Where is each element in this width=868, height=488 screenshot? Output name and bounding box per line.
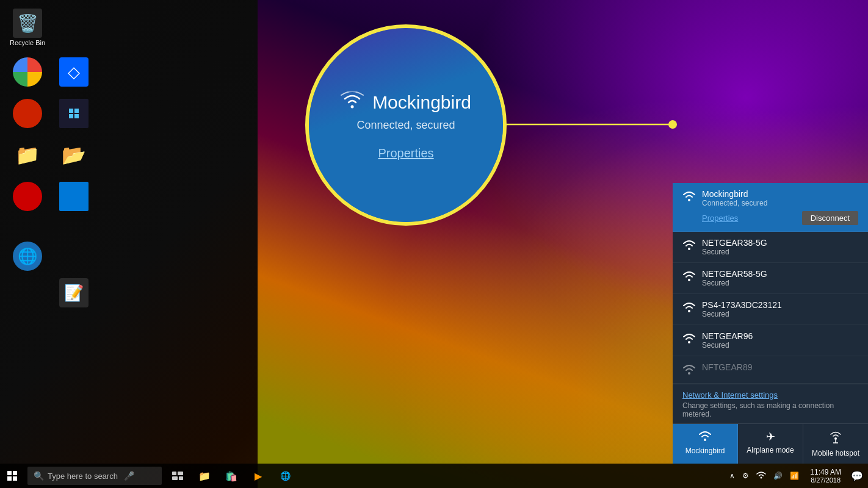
tray-up-arrow[interactable]: ∧ [727,470,737,481]
callout-line [507,124,678,137]
svg-rect-12 [172,472,176,475]
network-status-0: Secured [702,248,858,256]
network-info-3: NETGEAR96 Secured [702,331,858,350]
network-status-3: Secured [702,341,858,350]
windows-icon [69,109,79,118]
connected-wifi-icon-wrapper [682,190,696,204]
network-info-2: PS4-173A3DC23121 Secured [702,300,858,318]
network-name-2: PS4-173A3DC23121 [702,300,858,310]
network-name-3: NETGEAR96 [702,331,858,341]
store-button[interactable]: 🛍️ [220,465,242,487]
svg-point-3 [688,248,690,250]
mockingbird-button[interactable]: Mockingbird [673,424,738,464]
wifi-bottom-buttons: Mockingbird ✈ Airplane mode Mobile hotsp… [673,423,868,464]
callout-dot [668,120,677,129]
connected-network-item[interactable]: Mockingbird Connected, secured Propertie… [673,183,868,232]
network-status-1: Secured [702,279,858,287]
callout-network-name: Mockingbird [372,92,471,113]
desktop-icons-container: 🗑️ Recycle Bin ◇ [6,0,95,317]
callout-status: Connected, secured [356,119,455,132]
svg-rect-14 [172,476,178,480]
taskbar-right: ∧ ⚙ 🔊 📶 11:49 AM 8/27/2018 💬 [723,464,868,488]
desktop-icon-globe[interactable]: 🌐 [6,239,49,311]
wifi-icon-2 [682,301,696,315]
wifi-network-item-0[interactable]: NETGEAR38-5G Secured [673,232,868,263]
wifi-actions: Properties Disconnect [702,211,858,225]
desktop-icon-chrome[interactable] [6,55,49,90]
mockingbird-btn-label: Mockingbird [685,447,725,455]
callout-properties-link[interactable]: Properties [378,146,433,160]
search-icon: 🔍 [34,471,44,481]
network-settings-desc: Change settings, such as making a connec… [682,401,858,418]
search-placeholder: Type here to search [48,472,118,481]
svg-point-16 [761,477,762,479]
airplane-icon: ✈ [766,430,775,443]
wifi-panel: Mockingbird Connected, secured Propertie… [673,183,868,464]
desktop-icon-folder2[interactable]: 📂 [52,138,95,173]
wifi-icon-1 [682,270,696,284]
file-explorer-button[interactable]: 📁 [193,465,215,487]
recycle-bin-label: Recycle Bin [10,39,45,46]
network-name-0: NETGEAR38-5G [702,238,858,248]
wifi-icon-3 [682,332,696,346]
cortana-icon: 🎤 [124,471,134,481]
hotspot-icon [829,430,842,447]
network-info-4: NFTGEAR89 [702,362,858,372]
wifi-icon-4 [682,364,696,377]
connected-network-name: Mockingbird [702,189,858,199]
vlc-button[interactable]: ▶ [247,465,269,487]
disconnect-button[interactable]: Disconnect [802,211,858,225]
desktop-icon-folder[interactable]: 📁 [6,138,49,173]
desktop-icon-user[interactable] [6,96,49,132]
desktop-icon-dropbox[interactable]: ◇ [52,55,95,90]
airplane-mode-button[interactable]: ✈ Airplane mode [738,424,803,464]
tray-network-icon[interactable]: 📶 [787,470,801,481]
callout-wifi-row: Mockingbird [341,90,471,115]
wifi-network-item-4[interactable]: NFTGEAR89 [673,356,868,384]
action-center-button[interactable]: 💬 [846,464,868,488]
wifi-network-item-1[interactable]: NETGEAR58-5G Secured [673,263,868,294]
taskbar-pinned-icons: 📁 🛍️ ▶ 🌐 [167,465,296,487]
wifi-footer: Network & Internet settings Change setti… [673,384,868,423]
system-tray: ∧ ⚙ 🔊 📶 [723,470,805,482]
svg-point-7 [688,372,690,375]
svg-point-2 [688,199,690,201]
callout-wifi-icon [341,90,364,115]
svg-point-4 [688,279,690,281]
network-name-4: NFTGEAR89 [702,362,858,372]
desktop-icon-recycle-bin[interactable]: 🗑️ Recycle Bin [6,6,49,49]
wifi-network-item-3[interactable]: NETGEAR96 Secured [673,325,868,356]
connected-network-info: Mockingbird Connected, secured Propertie… [702,189,858,225]
tray-icon-1[interactable]: ⚙ [740,470,751,481]
desktop-icon-blue-tiles[interactable] [52,179,95,215]
network-info-0: NETGEAR38-5G Secured [702,238,858,256]
airplane-btn-label: Airplane mode [747,446,794,454]
connected-network-status: Connected, secured [702,199,858,207]
wifi-icon-0 [682,239,696,253]
svg-point-9 [834,437,837,440]
clock-date: 8/27/2018 [811,476,841,484]
taskbar-search[interactable]: 🔍 Type here to search 🎤 [27,467,162,485]
network-settings-link[interactable]: Network & Internet settings [682,390,778,400]
mobile-hotspot-button[interactable]: Mobile hotspot [803,424,868,464]
svg-point-0 [351,106,354,109]
clock[interactable]: 11:49 AM 8/27/2018 [805,467,846,485]
mockingbird-icon [698,430,712,444]
desktop-icon-win[interactable] [52,96,95,132]
svg-rect-15 [179,476,183,480]
network-name-1: NETGEAR58-5G [702,269,858,279]
desktop-icon-script[interactable]: 📝 [52,276,95,311]
network-info-1: NETGEAR58-5G Secured [702,269,858,287]
start-button[interactable] [0,464,24,488]
desktop-icon-red[interactable] [6,179,49,215]
task-view-button[interactable] [167,465,189,487]
properties-link[interactable]: Properties [702,214,738,223]
start-windows-icon [7,471,17,481]
svg-point-6 [688,341,690,343]
tray-volume-icon[interactable]: 🔊 [771,470,785,481]
wifi-network-item-2[interactable]: PS4-173A3DC23121 Secured [673,294,868,325]
svg-point-5 [688,310,690,312]
tray-wifi-icon[interactable] [754,470,769,482]
chrome-taskbar-button[interactable]: 🌐 [274,465,296,487]
taskbar: 🔍 Type here to search 🎤 📁 🛍️ ▶ 🌐 ∧ ⚙ [0,464,868,488]
